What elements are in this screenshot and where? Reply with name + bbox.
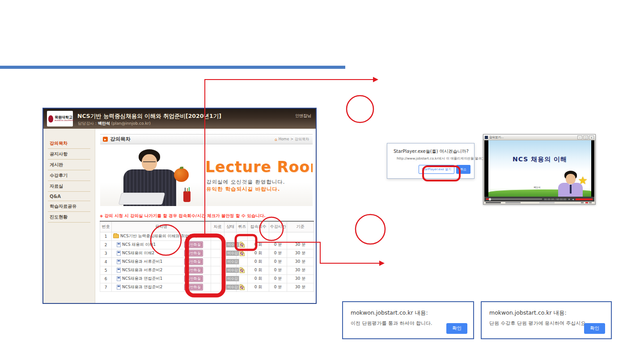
lecture-title-link[interactable]: NCS채용과 면접준비2 <box>122 284 162 290</box>
university-emblem-icon <box>48 115 53 122</box>
banner-person-face <box>142 154 157 171</box>
lecture-title-cell: NCS 채용의 이해1일반화질 <box>112 240 211 249</box>
starplayer-dialog: StarPlayer.exe을(를) 여시겠습니까? http://www.jo… <box>387 143 475 179</box>
quiz-icon[interactable]: Q <box>240 250 245 256</box>
speaker-icon[interactable]: ◄ <box>572 198 574 201</box>
starplayer-cancel-button[interactable]: 취소 <box>456 165 470 174</box>
lecture-title-link[interactable]: NCS기반 능력중심채용의 이해와 취업준비 <box>120 233 197 239</box>
sidebar-item-강의목차[interactable]: 강의목차 <box>48 138 90 149</box>
banner-person-glasses <box>143 159 156 162</box>
starplayer-dialog-title: StarPlayer.exe을(를) 여시겠습니까? <box>394 148 469 155</box>
quality-badge-button[interactable]: 일반화질 <box>184 250 203 257</box>
standard-time-cell: 30 분 <box>287 283 314 291</box>
material-cell <box>211 266 225 274</box>
alert-dialog-take-evaluation: mokwon.jobstart.co.kr 내용: 단원 수강후 단원 평가에 … <box>481 301 612 339</box>
persimmon-graphic <box>174 168 189 182</box>
pencil-cup-graphic <box>183 191 191 202</box>
lms-header: 목원대학교 MOKWON UNIVERSITY NCS기반 능력중심채용의 이해… <box>43 109 316 129</box>
standard-time-cell: 30 분 <box>287 249 314 257</box>
document-icon <box>117 268 121 273</box>
table-row: 2NCS 채용의 이해1일반화질미수강Q0 회0 분30 분 <box>100 240 314 249</box>
logo-subtitle: MOKWON UNIVERSITY <box>55 120 74 122</box>
breadcrumb-current: 강의목차 <box>295 137 309 142</box>
lecture-title-link[interactable]: NCS 채용의 이해1 <box>122 242 156 248</box>
quality-badge-button[interactable]: 일반화질 <box>184 284 203 290</box>
lecture-title-link[interactable]: NCS채용의 이해2 <box>122 250 154 256</box>
page-title: 강의목차 <box>110 136 131 143</box>
watch-time-cell: 0 분 <box>269 274 287 283</box>
minimize-button[interactable]: ─ <box>577 135 582 139</box>
player-app-icon <box>485 136 488 139</box>
status-cell: 미수강 <box>225 283 237 291</box>
maximize-button[interactable]: □ <box>583 135 588 139</box>
close-button[interactable]: ✕ <box>589 135 594 139</box>
material-cell <box>211 249 225 257</box>
player-control-bar: 00:00:00 / 00:00:00 ✕ ◄ <box>484 197 594 202</box>
sidebar-item-공지사항[interactable]: 공지사항 <box>48 149 90 160</box>
watch-time-cell: 0 분 <box>269 257 287 266</box>
table-row: 5NCS채용과 서류준비2일반화질미수강Q0 회0 분30 분 <box>100 266 314 274</box>
sidebar-item-Q&A[interactable]: Q&A <box>48 192 90 201</box>
player-titlebar[interactable]: 강의보기... ─ □ ✕ <box>483 135 595 140</box>
sidebar-item-학습자료공유[interactable]: 학습자료공유 <box>48 201 90 212</box>
video-area[interactable]: NCS 채용의 이해 백만석 ★ <box>484 140 594 197</box>
document-icon <box>117 259 121 264</box>
annotation-arrowhead-quiz <box>379 261 385 266</box>
alert-dialog-previous-evaluation: mokwon.jobstart.co.kr 내용: 이전 단원평가를 통과 하셔… <box>342 301 474 339</box>
quiz-icon[interactable]: Q <box>240 242 245 248</box>
column-header: 기준 <box>287 221 314 232</box>
quiz-icon[interactable]: Q <box>240 284 245 290</box>
standard-time-cell: 30 분 <box>287 240 314 249</box>
course-title: NCS기반 능력중심채용의 이해와 취업준비[2020년1기] <box>77 113 221 120</box>
sidebar-item-수강후기[interactable]: 수강후기 <box>48 170 90 181</box>
presenter-name: 백만석 <box>534 186 540 189</box>
table-row: 1NCS기반 능력중심채용의 이해와 취업준비 <box>100 232 314 240</box>
sidebar-item-자료실[interactable]: 자료실 <box>48 181 90 192</box>
volume-bar[interactable] <box>576 198 593 200</box>
column-header: 자료 <box>211 221 225 232</box>
breadcrumb-home[interactable]: Home <box>279 137 289 141</box>
quality-badge-button[interactable]: 일반화질 <box>184 275 203 282</box>
instructor-info: 담당강사 : 백만석 (plan@innjob.co.kr) <box>78 121 151 126</box>
lecture-title-cell: NCS채용의 이해2일반화질 <box>112 249 211 257</box>
alert-origin-title: mokwon.jobstart.co.kr 내용: <box>489 309 567 317</box>
column-header: 상태 <box>225 221 237 232</box>
quality-badge-button[interactable]: 일반화질 <box>184 267 203 274</box>
mute-icon[interactable]: ✕ <box>568 198 570 201</box>
table-header-row: 번호목차명자료상태퀴즈접속회수수강시간기준 <box>100 221 314 232</box>
row-number: 3 <box>100 249 112 257</box>
lecture-table-body: 1NCS기반 능력중심채용의 이해와 취업준비2NCS 채용의 이해1일반화질미… <box>100 232 314 291</box>
quiz-cell <box>237 232 248 240</box>
material-cell <box>211 257 225 266</box>
material-cell <box>211 240 225 249</box>
access-count-cell: 0 회 <box>248 240 269 249</box>
lecture-title-link[interactable]: NCS채용과 서류준비2 <box>122 267 162 273</box>
sidebar-item-게시판[interactable]: 게시판 <box>48 160 90 170</box>
sidebar-item-진도현황[interactable]: 진도현황 <box>48 212 90 223</box>
progress-slider[interactable] <box>486 198 542 200</box>
player-bottom-toolbar <box>484 202 594 204</box>
lecture-title-link[interactable]: NCS채용과 서류준비1 <box>122 259 162 265</box>
folder-icon <box>113 234 119 238</box>
column-header: 접속회수 <box>248 221 269 232</box>
watch-time-cell: 0 분 <box>269 240 287 249</box>
laptop-graphic <box>119 193 165 205</box>
document-icon <box>117 285 121 290</box>
status-badge: 미수강 <box>226 267 239 273</box>
confirm-button[interactable]: 확인 <box>446 323 467 334</box>
row-number: 1 <box>100 232 112 240</box>
status-cell: 미수강 <box>225 266 237 274</box>
confirm-button[interactable]: 확인 <box>584 323 605 334</box>
quiz-icon[interactable]: Q <box>240 267 245 273</box>
starplayer-open-button[interactable]: StarPlayer.exe 열기 <box>419 165 454 174</box>
lecture-title-link[interactable]: NCS채용과 면접준비1 <box>122 276 162 282</box>
instructor-name: 백만석 <box>98 121 110 126</box>
alert-message: 단원 수강후 단원 평가에 응시하여 주십시요 <box>489 320 585 327</box>
quality-badge-button[interactable]: 일반화질 <box>184 258 203 265</box>
quality-badge-button[interactable]: 일반화질 <box>184 241 203 248</box>
annotation-circle-right <box>356 215 385 244</box>
row-number: 5 <box>100 266 112 274</box>
status-cell: 미수강 <box>225 257 237 266</box>
standard-time-cell: 30 분 <box>287 257 314 266</box>
lms-screenshot: 목원대학교 MOKWON UNIVERSITY NCS기반 능력중심채용의 이해… <box>42 108 317 304</box>
